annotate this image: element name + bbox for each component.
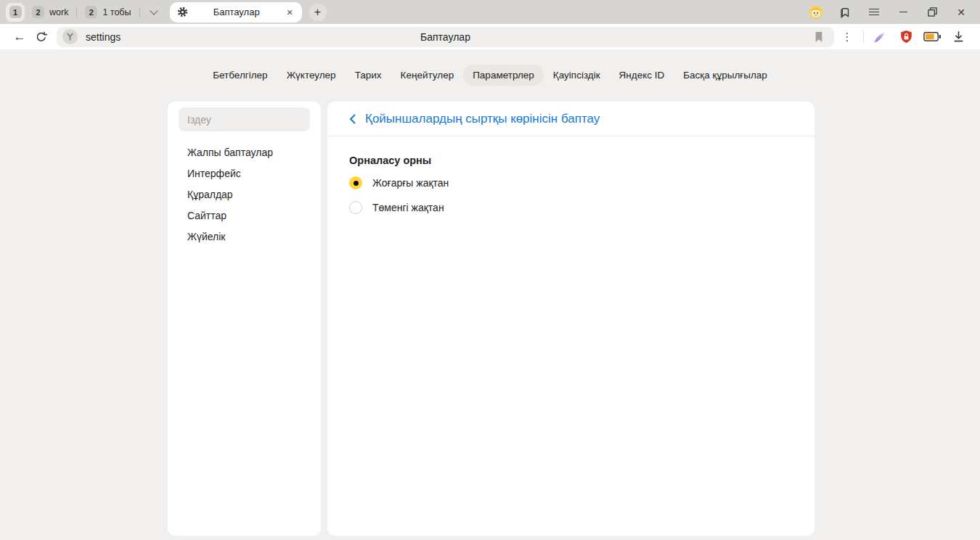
sidebar-item-sites[interactable]: Сайттар [168,205,321,226]
section-heading: Қойыншалардың сыртқы көрінісін баптау [365,112,600,126]
browser-toolbar: ← settings Баптаулар ⋮ [0,24,980,49]
page-title: Баптаулар [420,31,470,43]
settings-nav-downloads[interactable]: Жүктеулер [277,65,346,86]
sidebar-item-tools[interactable]: Құралдар [168,184,321,205]
radio-label: Жоғарғы жақтан [372,177,449,189]
menu-hamburger-icon[interactable] [859,1,889,24]
settings-content: Қойыншалардың сыртқы көрінісін баптау Ор… [327,102,814,536]
radio-selected-icon[interactable] [349,176,362,189]
tab-group-count-badge: 2 [32,6,44,18]
window-restore-button[interactable] [918,1,947,24]
settings-nav-history[interactable]: Тарих [346,65,391,86]
window-close-button[interactable]: ✕ [947,1,976,24]
side-panels-icon[interactable] [830,1,859,24]
back-chevron-icon [349,114,356,124]
sidebar-items: Жалпы баптаулар Интерфейс Құралдар Сайтт… [168,142,321,248]
settings-sidebar: Жалпы баптаулар Интерфейс Құралдар Сайтт… [168,102,321,536]
browser-tab-bar: 1 2 work 2 1 тобы Баптаулар × + [0,0,980,24]
settings-nav-settings-active[interactable]: Параметрлер [463,65,544,86]
quill-extension-icon[interactable] [867,26,893,48]
settings-nav-security[interactable]: Қауіпсіздік [544,65,610,86]
radio-label: Төменгі жақтан [372,202,444,213]
radio-option-top[interactable]: Жоғарғы жақтан [349,175,793,191]
tab-group-collapsed[interactable]: 1 [6,3,25,22]
divider [139,7,140,17]
radio-unselected-icon[interactable] [349,201,362,214]
window-minimize-button[interactable] [889,1,918,24]
tab-settings-active[interactable]: Баптаулар × [170,2,302,22]
tab-group-count-badge: 2 [85,6,97,18]
protect-shield-icon[interactable] [893,26,919,48]
tab-close-icon[interactable]: × [285,7,295,17]
search-input[interactable] [179,107,310,131]
radio-option-bottom[interactable]: Төменгі жақтан [349,200,793,216]
sidebar-item-system[interactable]: Жүйелік [168,226,321,248]
settings-nav-other-devices[interactable]: Басқа құрылғылар [674,65,777,86]
settings-nav-bookmarks[interactable]: Бетбелгілер [203,65,277,86]
sidebar-item-interface[interactable]: Интерфейс [168,163,321,184]
yandex-site-badge-icon [62,29,78,44]
tab-group-count-badge: 1 [9,6,22,18]
tab-group-label: work [49,7,68,17]
download-icon[interactable] [945,26,971,48]
chevron-down-icon[interactable] [150,7,158,15]
address-bar[interactable]: settings Баптаулар [57,27,834,47]
new-tab-button[interactable]: + [309,4,327,21]
overflow-menu-icon[interactable]: ⋮ [834,26,860,48]
url-text: settings [86,31,121,43]
bookmark-icon[interactable] [814,31,828,43]
back-icon[interactable]: ← [9,26,30,48]
sidebar-item-general[interactable]: Жалпы баптаулар [168,142,321,163]
tabs-appearance-back-header[interactable]: Қойыншалардың сыртқы көрінісін баптау [327,102,814,136]
tab-group-label: 1 тобы [102,7,131,17]
reload-icon[interactable] [30,26,52,48]
battery-icon[interactable] [919,26,945,48]
settings-nav-extensions[interactable]: Кеңейтулер [391,65,464,86]
placement-section-title: Орналасу орны [349,155,793,166]
tab-title: Баптаулар [188,7,285,17]
tab-group-1-toby[interactable]: 2 1 тобы [79,3,136,22]
tab-group-work[interactable]: 2 work [26,3,74,22]
divider [863,30,864,44]
divider [76,7,77,17]
settings-nav-yandex-id[interactable]: Яндекс ID [610,65,674,86]
gear-icon [177,7,188,17]
profile-avatar[interactable] [801,1,830,24]
settings-nav: Бетбелгілер Жүктеулер Тарих Кеңейтулер П… [0,65,980,86]
tabbar-right-controls: ✕ [801,1,976,24]
